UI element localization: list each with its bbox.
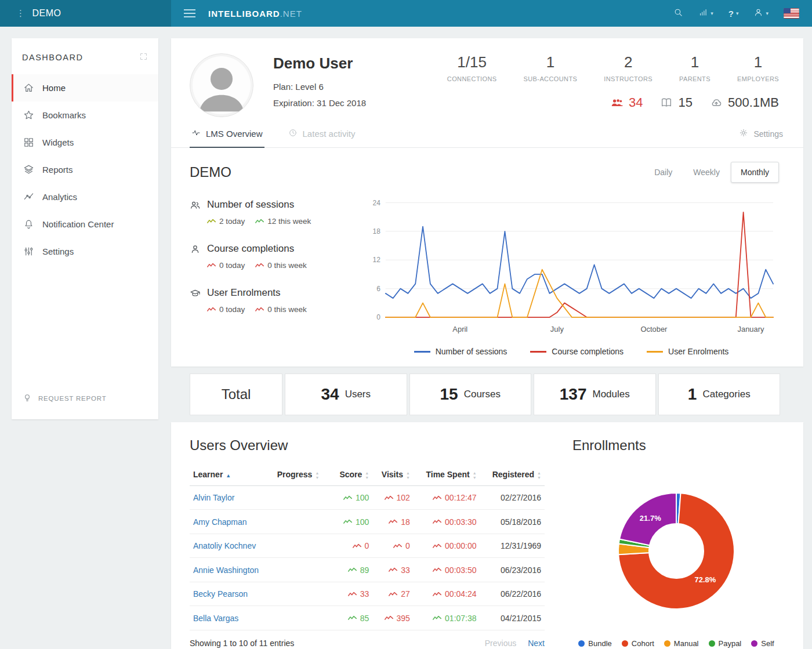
total-label: Total	[222, 386, 251, 403]
trend-spark-icon	[353, 543, 361, 549]
request-report-button[interactable]: REQUEST REPORT	[12, 381, 158, 419]
column-header-learner[interactable]: Learner▲	[190, 464, 274, 485]
users-group-icon	[190, 200, 201, 211]
registered-cell: 06/22/2016	[480, 582, 545, 606]
sidebar-item-widgets[interactable]: Widgets	[12, 129, 158, 156]
total-box[interactable]: Total	[190, 374, 282, 415]
column-header-progress[interactable]: Progress▲▼	[274, 464, 331, 485]
book-icon	[660, 96, 673, 109]
period-weekly-button[interactable]: Weekly	[683, 162, 730, 183]
help-menu-button[interactable]: ?▾	[728, 9, 739, 19]
pagination-next[interactable]: Next	[528, 639, 545, 648]
sessions-line-chart: 06121824AprilJulyOctoberJanuary	[364, 194, 779, 339]
menu-icon[interactable]	[184, 9, 195, 17]
stat-label: EMPLOYERS	[737, 75, 779, 82]
time-spent-cell: 00:03:30	[433, 517, 477, 527]
sidebar-item-label: Widgets	[42, 137, 74, 147]
trend-spark-icon	[255, 263, 264, 268]
account-menu-button[interactable]: ▾	[753, 8, 768, 19]
sidebar-item-home[interactable]: Home	[12, 74, 158, 101]
donut-slice-label: 21.7%	[640, 514, 661, 523]
avatar	[190, 53, 253, 117]
period-monthly-button[interactable]: Monthly	[731, 162, 779, 183]
total-categories[interactable]: 1 Categories	[658, 374, 781, 415]
column-header-visits[interactable]: Visits▲▼	[372, 464, 414, 485]
main-content: Demo User Plan: Level 6 Expiration: 31 D…	[171, 27, 812, 649]
settings-label: Settings	[753, 129, 783, 139]
enrollment-legend-manual: Manual	[664, 639, 699, 648]
sort-icons: ▲▼	[537, 471, 541, 480]
brand-name: DEMO	[32, 8, 61, 19]
trend-spark-icon	[389, 567, 397, 572]
visits-cell: 33	[389, 565, 410, 575]
column-label: Time Spent	[426, 470, 469, 479]
metric-list: Number of sessions 2 today 12 this week …	[190, 194, 364, 356]
column-header-score[interactable]: Score▲▼	[331, 464, 373, 485]
logo-main: INTELLIBOARD	[208, 9, 280, 19]
total-item-label: Courses	[464, 389, 501, 400]
stat-value: 1	[524, 53, 578, 71]
metric-week: 12 this week	[255, 217, 311, 226]
users-filled-icon	[611, 96, 624, 109]
active-users-counter: 34	[611, 95, 643, 110]
total-users[interactable]: 34 Users	[285, 374, 407, 415]
metric-today: 0 today	[207, 305, 245, 314]
logo[interactable]: INTELLIBOARD.NET	[208, 9, 302, 19]
total-courses[interactable]: 15 Courses	[409, 374, 532, 415]
pagination-previous[interactable]: Previous	[485, 639, 516, 648]
learner-link[interactable]: Becky Pearson	[193, 589, 248, 599]
time-spent-cell: 00:12:47	[433, 493, 477, 502]
legend-swatch	[530, 351, 546, 353]
trend-spark-icon	[207, 219, 216, 224]
trend-spark-icon	[433, 567, 441, 572]
enrollments-title: Enrollments	[572, 437, 780, 454]
period-daily-button[interactable]: Daily	[644, 162, 682, 183]
language-flag-us-icon[interactable]	[784, 8, 799, 19]
tab-latest-activity[interactable]: Latest activity	[287, 121, 357, 148]
sidebar-item-reports[interactable]: Reports	[12, 156, 158, 183]
tab-lms-overview[interactable]: LMS Overview	[190, 121, 264, 148]
sort-asc-icon: ▲	[226, 473, 231, 478]
sidebar-item-bookmarks[interactable]: Bookmarks	[12, 101, 158, 129]
sort-icons: ▲▼	[315, 471, 319, 480]
widgets-icon	[23, 137, 34, 148]
sidebar-item-settings[interactable]: Settings	[12, 238, 158, 265]
learner-link[interactable]: Bella Vargas	[193, 614, 238, 623]
total-modules[interactable]: 137 Modules	[534, 374, 656, 415]
gear-icon	[739, 128, 748, 137]
brand-area[interactable]: ⋮ DEMO	[0, 0, 171, 27]
dashboard-settings-button[interactable]: Settings	[737, 121, 785, 148]
column-header-registered[interactable]: Registered▲▼	[480, 464, 545, 485]
metric-today: 2 today	[207, 217, 245, 226]
overview-tables-panel: Users Overview Learner▲Progress▲▼Score▲▼…	[171, 422, 803, 649]
score-cell: 0	[353, 541, 369, 550]
sidebar-item-analytics[interactable]: Analytics	[12, 183, 158, 211]
table-row: Amy Chapman 100 18 00:03:30 05/18/2016	[190, 510, 545, 534]
sort-icons: ▲▼	[365, 471, 369, 480]
counter-value: 15	[678, 95, 692, 110]
learner-link[interactable]: Anatoliy Kochnev	[193, 541, 256, 550]
users-overview-section: Users Overview Learner▲Progress▲▼Score▲▼…	[190, 437, 545, 649]
stat-sub-accounts: 1 SUB-ACCOUNTS	[497, 53, 578, 82]
column-label: Visits	[382, 470, 403, 479]
learner-link[interactable]: Alvin Taylor	[193, 493, 234, 502]
collapse-sidebar-button[interactable]	[139, 52, 148, 63]
chevron-down-icon: ▾	[710, 10, 713, 16]
time-spent-cell: 00:04:24	[433, 589, 477, 599]
stat-instructors: 2 INSTRUCTORS	[577, 53, 652, 82]
legend-label: Number of sessions	[436, 347, 507, 356]
chevron-down-icon: ▾	[766, 10, 768, 16]
metric-label: Number of sessions	[207, 199, 294, 211]
total-item-label: Users	[345, 389, 371, 400]
learner-link[interactable]: Annie Washington	[193, 565, 259, 575]
trend-spark-icon	[433, 543, 441, 549]
search-button[interactable]	[673, 8, 683, 19]
learner-link[interactable]: Amy Chapman	[193, 517, 247, 527]
trend-spark-icon	[343, 495, 352, 501]
reports-menu-button[interactable]: ▾	[698, 8, 713, 19]
sidebar-item-notification-center[interactable]: Notification Center	[12, 211, 158, 238]
stat-label: CONNECTIONS	[447, 75, 497, 82]
column-header-time-spent[interactable]: Time Spent▲▼	[414, 464, 480, 485]
table-row: Annie Washington 89 33 00:03:50 06/23/20…	[190, 558, 545, 582]
table-row: Bella Vargas 85 395 01:07:38 04/21/2015	[190, 606, 545, 630]
